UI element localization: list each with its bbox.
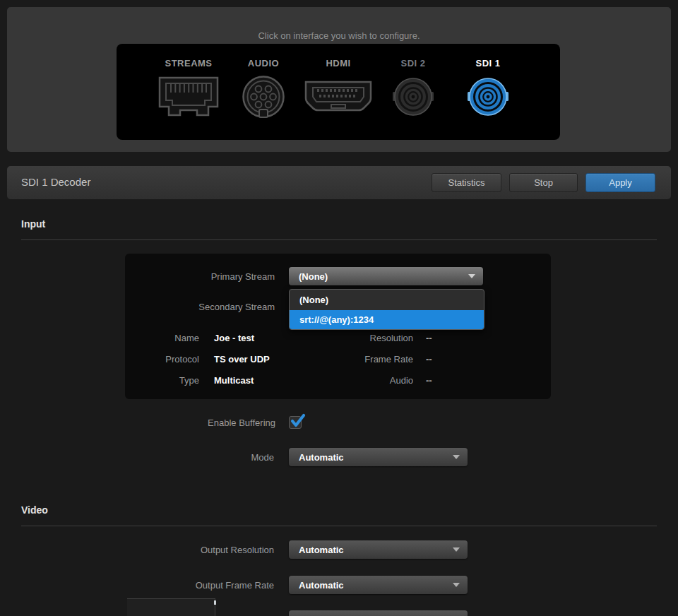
hdmi-label: HDMI [326,58,350,69]
input-section-title: Input [21,218,45,230]
interface-streams[interactable]: STREAMS [151,44,226,140]
audio-label: AUDIO [248,58,279,69]
video-section-title: Video [21,504,48,516]
partial-select[interactable] [289,610,468,616]
ethernet-connector-icon [157,70,220,124]
chevron-down-icon [468,274,475,278]
tooltip-tick-mark [214,600,216,605]
interface-hdmi[interactable]: HDMI [301,44,376,140]
bnc-connector-icon-selected [467,70,509,124]
output-resolution-label: Output Resolution [201,545,274,555]
chevron-down-icon [453,583,460,587]
enable-buffering-label: Enable Buffering [208,417,275,428]
decoder-header-bar: SDI 1 Decoder Statistics Stop Apply [7,166,671,199]
output-resolution-value: Automatic [299,545,344,555]
name-value: Joe - test [214,333,254,343]
primary-stream-value: (None) [299,271,328,282]
interface-audio[interactable]: AUDIO [226,44,301,140]
type-label: Type [179,375,199,386]
tooltip-fragment [127,598,215,616]
device-rear-panel: STREAMS AUDIO [117,44,560,140]
mode-value: Automatic [299,452,344,463]
output-frame-rate-label: Output Frame Rate [196,580,274,591]
interface-chooser-panel: Click on interface you wish to configure… [7,7,671,152]
chevron-down-icon [453,455,460,459]
sdi1-label: SDI 1 [475,58,500,69]
chevron-down-icon [453,547,460,552]
resolution-value: -- [426,333,432,343]
statistics-button[interactable]: Statistics [432,173,501,192]
stop-button[interactable]: Stop [509,173,578,192]
audio-value: -- [426,375,432,386]
video-section-divider [21,526,657,526]
hdmi-connector-icon [303,70,374,124]
secondary-stream-label: Secondary Stream [198,302,275,312]
instruction-text: Click on interface you wish to configure… [7,30,671,41]
output-resolution-select[interactable]: Automatic [289,540,468,559]
bnc-connector-icon [392,70,434,124]
apply-button[interactable]: Apply [585,173,655,192]
audio-label: Audio [390,375,413,386]
check-icon [290,413,306,428]
output-frame-rate-value: Automatic [299,580,344,591]
primary-stream-label: Primary Stream [211,271,275,282]
page-title: SDI 1 Decoder [21,176,90,188]
decoder-config-page: Click on interface you wish to configure… [0,0,678,616]
streams-label: STREAMS [165,58,212,69]
mode-label: Mode [251,452,274,463]
interface-sdi1[interactable]: SDI 1 [451,44,525,140]
resolution-label: Resolution [370,333,413,343]
name-label: Name [174,333,199,343]
output-frame-rate-select[interactable]: Automatic [289,576,468,594]
din-connector-icon [241,70,286,124]
frame-rate-value: -- [426,354,432,365]
protocol-label: Protocol [165,354,199,365]
frame-rate-label: Frame Rate [364,354,413,365]
dropdown-option-srt[interactable]: srt://@(any):1234 [290,310,484,329]
enable-buffering-checkbox[interactable] [289,416,302,429]
sdi2-label: SDI 2 [400,58,425,69]
dropdown-option-none[interactable]: (None) [290,290,484,310]
primary-stream-select[interactable]: (None) [289,267,483,285]
mode-select[interactable]: Automatic [289,448,468,466]
interface-sdi2[interactable]: SDI 2 [376,44,451,140]
type-value: Multicast [214,375,254,386]
input-section-divider [21,239,657,240]
primary-stream-dropdown-menu: (None) srt://@(any):1234 [289,289,484,330]
protocol-value: TS over UDP [214,354,270,365]
